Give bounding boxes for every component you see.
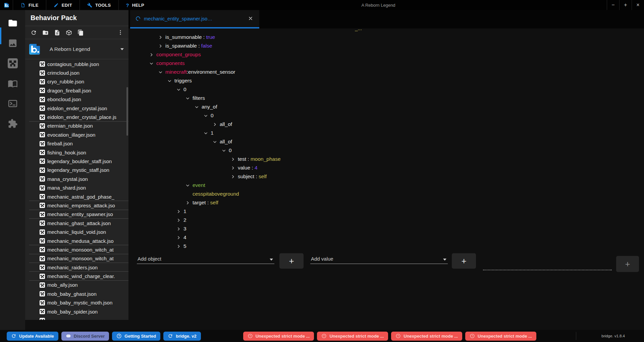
status-button-unexpected-strict-mode[interactable]: Unexpected strict mode ... bbox=[243, 332, 314, 341]
tree-row[interactable]: subject : self bbox=[128, 172, 644, 181]
create-file-button[interactable] bbox=[53, 29, 61, 36]
file-item[interactable]: mob_ally.json bbox=[25, 281, 128, 289]
file-item[interactable]: eidolon_ender_crystal_place.js bbox=[25, 113, 128, 121]
file-item[interactable]: mechanic_raiders.json bbox=[25, 263, 128, 272]
chevron-down-icon[interactable] bbox=[185, 95, 190, 101]
tree-row[interactable]: value : 4 bbox=[128, 163, 644, 172]
file-item[interactable]: mechanic_liquid_void.json bbox=[25, 227, 128, 236]
add-value-button[interactable]: + bbox=[452, 253, 476, 269]
minimize-button[interactable]: − bbox=[607, 0, 619, 10]
tab-mechanic-entity-spawner[interactable]: mechanic_entity_spawner.jso… bbox=[130, 10, 259, 28]
chevron-right-icon[interactable] bbox=[176, 235, 181, 240]
file-item[interactable]: mechanic_astral_god_phase_ bbox=[25, 192, 128, 201]
tree-row[interactable]: is_spawnable : false bbox=[128, 42, 644, 50]
add-right-button[interactable]: + bbox=[616, 256, 639, 272]
status-button-update-available[interactable]: Update Available bbox=[7, 332, 58, 341]
file-item[interactable]: mechanic_monsoon_witch_at bbox=[25, 245, 128, 254]
status-button-getting-started[interactable]: ?Getting Started bbox=[112, 332, 160, 341]
tree-row[interactable]: component_groups bbox=[128, 50, 644, 59]
file-item[interactable]: cryo_rubble.json bbox=[25, 77, 128, 86]
status-button-unexpected-strict-mode[interactable]: Unexpected strict mode ... bbox=[317, 332, 388, 341]
chevron-right-icon[interactable] bbox=[149, 52, 154, 57]
chevron-down-icon[interactable] bbox=[212, 139, 217, 144]
file-item[interactable]: mechanic_entity_spawner.jso bbox=[25, 210, 128, 219]
status-button-unexpected-strict-mode[interactable]: Unexpected strict mode ... bbox=[465, 332, 536, 341]
status-button-bridge-v2[interactable]: bridge. v2 bbox=[163, 332, 201, 341]
file-item[interactable]: mob_baby_ghast.json bbox=[25, 289, 128, 298]
file-item[interactable] bbox=[25, 316, 128, 320]
tree-row[interactable]: all_of bbox=[128, 120, 644, 129]
add-value-select[interactable]: Add value bbox=[310, 254, 448, 264]
chevron-right-icon[interactable] bbox=[176, 217, 181, 223]
file-item[interactable]: mob_baby_spider.json bbox=[25, 307, 128, 316]
menu-item-edit[interactable]: EDIT bbox=[46, 0, 79, 10]
chevron-right-icon[interactable] bbox=[212, 122, 217, 127]
file-item[interactable]: mechanic_wind_charge_clear. bbox=[25, 272, 128, 280]
refresh-button[interactable] bbox=[30, 29, 37, 36]
tree-row[interactable]: cesspitaboveground bbox=[128, 190, 644, 198]
tree-row[interactable]: 4 bbox=[128, 233, 644, 242]
activity-item-book[interactable] bbox=[7, 78, 18, 89]
status-button-unexpected-strict-mode[interactable]: Unexpected strict mode ... bbox=[391, 332, 462, 341]
file-item[interactable]: mechanic_medusa_attack.jso bbox=[25, 236, 128, 245]
chevron-down-icon[interactable] bbox=[203, 130, 208, 136]
more-options-button[interactable] bbox=[117, 29, 124, 36]
tree-row[interactable]: any_of bbox=[128, 102, 644, 111]
chevron-down-icon[interactable] bbox=[185, 183, 190, 188]
file-item[interactable]: mechanic_empress_attack.jso bbox=[25, 201, 128, 210]
copy-button[interactable] bbox=[77, 29, 84, 36]
chevron-right-icon[interactable] bbox=[176, 209, 181, 214]
project-selector[interactable]: A Reborn Legend bbox=[25, 39, 128, 59]
chevron-right-icon[interactable] bbox=[158, 35, 163, 40]
package-button[interactable] bbox=[65, 29, 72, 36]
activity-item-creeper[interactable] bbox=[7, 58, 18, 69]
create-folder-button[interactable] bbox=[42, 29, 49, 36]
file-item[interactable]: dragon_fireball.json bbox=[25, 86, 128, 95]
file-item[interactable]: eidolon_ender_crystal.json bbox=[25, 104, 128, 113]
file-item[interactable]: eternian_rubble.json bbox=[25, 122, 128, 130]
maximize-button[interactable]: + bbox=[619, 0, 632, 10]
menu-item-help[interactable]: ?HELP bbox=[119, 0, 152, 10]
file-item[interactable]: mana_crystal.json bbox=[25, 175, 128, 183]
chevron-down-icon[interactable] bbox=[167, 78, 172, 83]
file-item[interactable]: eboncloud.json bbox=[25, 95, 128, 104]
chevron-right-icon[interactable] bbox=[176, 244, 181, 249]
tree-row[interactable]: 0 bbox=[128, 146, 644, 155]
chevron-right-icon[interactable] bbox=[230, 165, 235, 170]
activity-item-image[interactable] bbox=[7, 38, 18, 49]
tree-row[interactable]: event bbox=[128, 181, 644, 190]
file-item[interactable]: evocation_illager.json bbox=[25, 130, 128, 139]
tree-row[interactable]: 3 bbox=[128, 224, 644, 233]
file-item[interactable]: mechanic_monsoon_witch_at bbox=[25, 254, 128, 263]
sidebar-scrollbar[interactable] bbox=[126, 87, 128, 136]
chevron-down-icon[interactable] bbox=[149, 61, 154, 66]
close-icon[interactable] bbox=[248, 16, 254, 22]
add-object-select[interactable]: Add object bbox=[137, 254, 274, 264]
chevron-right-icon[interactable] bbox=[176, 226, 181, 231]
tree-row[interactable]: 2 bbox=[128, 216, 644, 224]
menu-item-tools[interactable]: TOOLS bbox=[80, 0, 118, 10]
tree-row[interactable]: all_of bbox=[128, 137, 644, 146]
add-object-button[interactable]: + bbox=[279, 253, 304, 269]
chevron-right-icon[interactable] bbox=[230, 174, 235, 179]
menu-item-file[interactable]: FILE bbox=[13, 0, 46, 10]
chevron-down-icon[interactable] bbox=[176, 87, 181, 92]
tree-row[interactable]: 1 bbox=[128, 129, 644, 137]
tree-row[interactable]: 0 bbox=[128, 111, 644, 120]
activity-item-extensions[interactable] bbox=[7, 118, 18, 129]
status-button-discord-server[interactable]: Discord Server bbox=[61, 332, 109, 341]
file-item[interactable]: mana_shard.json bbox=[25, 183, 128, 192]
chevron-down-icon[interactable] bbox=[158, 69, 163, 75]
close-button[interactable]: × bbox=[632, 0, 644, 10]
chevron-right-icon[interactable] bbox=[158, 43, 163, 49]
file-item[interactable]: mechanic_ghast_attack.json bbox=[25, 219, 128, 227]
activity-item-folder[interactable] bbox=[7, 17, 18, 29]
tree-row[interactable]: 5 bbox=[128, 242, 644, 251]
tree-row[interactable]: 1 bbox=[128, 207, 644, 216]
tree-row[interactable]: filters bbox=[128, 94, 644, 102]
chevron-down-icon[interactable] bbox=[203, 113, 208, 118]
tree-row[interactable]: minecraft:environment_sensor bbox=[128, 68, 644, 76]
file-item[interactable]: mob_baby_mystic_moth.json bbox=[25, 298, 128, 307]
file-item[interactable]: legendary_boulder_staff.json bbox=[25, 157, 128, 165]
tree-row[interactable]: components bbox=[128, 59, 644, 68]
